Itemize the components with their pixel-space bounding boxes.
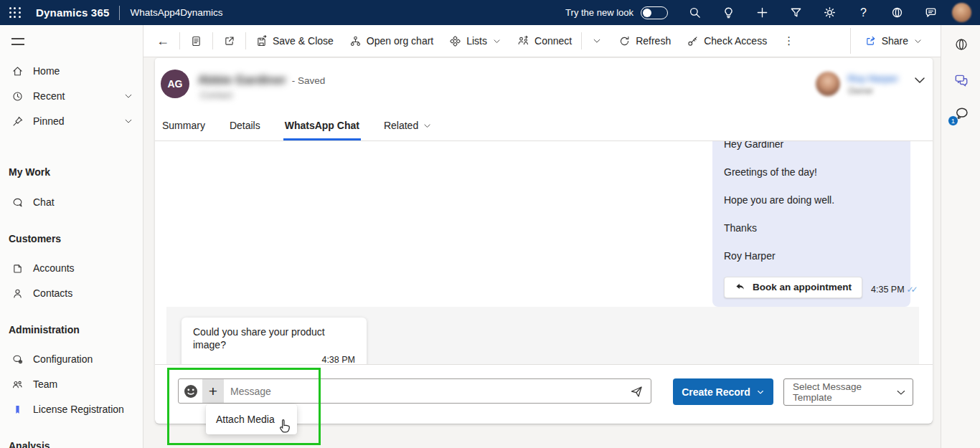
command-separator [179,32,180,49]
select-template-label: Select Message Template [793,381,895,403]
sidebar-item-home[interactable]: Home [0,59,143,83]
sidebar-item-contacts[interactable]: Contacts [0,281,143,305]
sidebar-item-label: Configuration [33,353,93,365]
message-line: Roy Harper [724,249,899,263]
header-collapse-button[interactable] [913,73,927,87]
tab-label: Details [230,120,260,131]
section-header-administration: Administration [9,324,80,335]
copilot-icon [953,37,969,52]
connect-label: Connect [534,35,572,47]
book-appointment-button[interactable]: Book an appointment [724,277,862,298]
owner-avatar[interactable] [816,72,840,96]
save-and-close-label: Save & Close [273,35,334,47]
section-header-my-work: My Work [9,166,50,178]
unread-badge: 1 [948,115,958,126]
brand-title[interactable]: Dynamics 365 [36,6,109,19]
lightbulb-icon [722,6,735,19]
save-and-close-button[interactable]: Save & Close [248,28,341,54]
copilot-icon [890,6,904,19]
message-line: Thanks [724,221,899,235]
read-ticks: ✓✓ [907,285,915,295]
open-org-chart-button[interactable]: Open org chart [341,28,441,54]
chat-icon [11,196,24,209]
license-icon [11,404,24,416]
search-button[interactable] [678,0,712,25]
back-button[interactable]: ← [148,28,178,54]
message-timestamp: 4:35 PM✓✓ [871,282,915,298]
message-input[interactable] [224,386,622,397]
record-avatar[interactable]: AG [161,70,189,98]
send-button[interactable] [622,379,651,403]
record-name: Abbie Gardiner [198,73,286,87]
command-overflow-chevron[interactable] [583,28,611,54]
message-timestamp: 4:38 PM [193,353,355,365]
save-icon [255,35,268,47]
record-form-card: AG Abbie Gardiner - Saved Contact Roy Ha… [155,58,933,424]
check-access-button[interactable]: Check Access [679,28,775,54]
plus-icon [755,6,769,19]
sidebar-item-label: License Registration [33,404,124,415]
refresh-icon [618,35,631,47]
new-look-toggle[interactable] [641,6,668,19]
message-text: Could you share your product image? [193,325,355,351]
sidebar-item-label: Chat [33,196,55,208]
select-message-template-dropdown[interactable]: Select Message Template [783,378,913,406]
form-icon [190,35,202,47]
tab-label: WhatsApp Chat [285,120,359,131]
sidebar-item-pinned[interactable]: Pinned [0,109,143,133]
sidebar-item-team[interactable]: Team [0,372,143,396]
waffle-icon[interactable] [9,7,21,19]
search-icon [688,6,702,19]
book-appointment-label: Book an appointment [753,280,852,295]
mouse-cursor [277,418,293,434]
settings-button[interactable] [813,0,847,25]
feedback-chat-icon [924,6,938,19]
create-record-button[interactable]: Create Record [673,378,773,405]
app-name[interactable]: WhatsApp4Dynamics [130,7,222,18]
tab-details[interactable]: Details [228,120,262,140]
command-bar: ← Save & Close Open org chart Lists Conn… [143,25,941,57]
chevron-down-icon [123,116,133,126]
sitemap-toggle-button[interactable] [11,37,26,47]
tab-related[interactable]: Related [382,120,433,140]
popout-button[interactable] [215,28,244,54]
message-input-container: + [178,378,651,404]
refresh-label: Refresh [636,35,671,47]
teams-chat-pane-button[interactable] [951,70,971,90]
sidebar-item-chat[interactable]: Chat [0,190,143,214]
lists-button[interactable]: Lists [441,28,509,54]
sidebar-item-recent[interactable]: Recent [0,84,143,108]
whatsapp-chat-viewport[interactable]: Hey Gardiner Greetings of the day! Hope … [155,141,933,365]
help-button[interactable]: ? [847,0,880,25]
chevron-down-icon [913,73,927,87]
sidebar-item-configuration[interactable]: Configuration [0,347,143,371]
suggestions-button[interactable] [712,0,745,25]
emoji-button[interactable] [183,383,199,399]
form-selector-button[interactable] [182,28,211,54]
chevron-down-icon [592,36,602,46]
owner-name[interactable]: Roy Harper [848,73,898,84]
lists-icon [449,35,461,47]
feedback-button[interactable] [914,0,948,25]
whatsapp-conversations-button[interactable]: 1 [951,103,971,123]
sitemap-sidebar: Home Recent Pinned My Work Chat Customer… [0,25,143,448]
tab-summary[interactable]: Summary [161,120,207,140]
user-avatar[interactable] [952,3,971,22]
try-new-look-label: Try the new look [565,7,633,18]
share-button[interactable]: Share [857,28,930,54]
hand-cursor-icon [277,418,293,434]
filter-button[interactable] [779,0,813,25]
connect-button[interactable]: Connect [509,28,580,54]
more-commands-button[interactable]: ⋮ [775,28,803,54]
quick-create-button[interactable] [745,0,779,25]
refresh-button[interactable]: Refresh [611,28,679,54]
copilot-pane-button[interactable] [951,34,971,54]
copilot-button[interactable] [880,0,914,25]
sidebar-item-license-registration[interactable]: License Registration [0,397,143,421]
topbar-divider [119,6,120,20]
attach-button[interactable]: + [202,379,224,403]
sidebar-item-accounts[interactable]: Accounts [0,256,143,280]
tab-whatsapp-chat[interactable]: WhatsApp Chat [283,120,361,140]
configuration-icon [11,353,24,366]
plus-icon: + [209,383,217,400]
